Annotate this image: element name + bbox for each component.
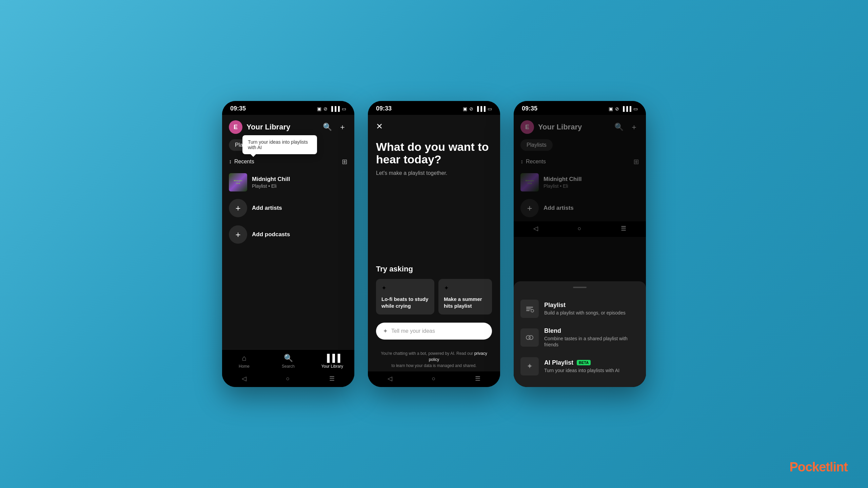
add-podcasts-label-1: Add podcasts [252, 231, 290, 238]
home-btn-2[interactable]: ○ [432, 375, 436, 382]
svg-rect-0 [526, 307, 533, 308]
recents-btn-2[interactable]: ☰ [475, 375, 480, 382]
signal-icon-3: ▐▐▐ [621, 106, 631, 111]
recents-text: Recents [234, 159, 254, 165]
sheet-handle [573, 287, 587, 288]
status-bar-1: 09:35 ▣ ⊘ ▐▐▐ ▭ [222, 101, 354, 115]
sim-icon-2: ▣ [463, 106, 467, 111]
add-artists-item-1[interactable]: + Add artists [222, 195, 354, 221]
ai-playlist-sheet-icon: ✦ [520, 357, 539, 375]
bottom-sheet: Playlist Build a playlist with songs, or… [514, 281, 646, 387]
ai-playlist-option-title: AI Playlist BETA [544, 359, 639, 366]
playlist-option-desc: Build a playlist with songs, or episodes [544, 310, 639, 316]
search-nav-icon-1: 🔍 [284, 354, 293, 363]
svg-point-6 [529, 336, 533, 340]
phone-2: 09:33 ▣ ⊘ ▐▐▐ ▭ ✕ What do you want to he… [368, 101, 500, 387]
android-nav-3: ◁ ○ ☰ [514, 221, 646, 237]
ai-content: What do you want to hear today? Let's ma… [368, 134, 500, 346]
android-nav-2: ◁ ○ ☰ [368, 371, 500, 387]
bottom-nav-1: ⌂ Home 🔍 Search ▐▐▐ Your Library [222, 349, 354, 371]
signal-icon: ▐▐▐ [330, 106, 340, 111]
svg-rect-1 [526, 308, 531, 309]
watermark-text: Pocket [789, 460, 830, 474]
blend-sheet-icon [520, 328, 539, 347]
library-icon-1: ▐▐▐ [324, 354, 340, 363]
suggestion-text-1: Lo-fi beats to study while crying [381, 296, 429, 309]
add-podcasts-icon-1: + [229, 225, 247, 244]
phone-3: 09:35 ▣ ⊘ ▐▐▐ ▭ E Your Library 🔍 ＋ Playl… [514, 101, 646, 387]
back-btn-2[interactable]: ◁ [388, 375, 392, 382]
sparkle-icon-2: ✦ [444, 284, 487, 292]
library-screen-1: E Your Library 🔍 ＋ Playlists Turn your i… [222, 115, 354, 387]
ai-playlist-option-desc: Turn your ideas into playlists with AI [544, 367, 639, 373]
nav-search-1[interactable]: 🔍 Search [266, 354, 310, 369]
home-icon-1: ⌂ [242, 354, 246, 363]
suggestion-cards: ✦ Lo-fi beats to study while crying ✦ Ma… [376, 279, 492, 314]
tooltip-text: Turn your ideas into playlists with AI [248, 139, 308, 150]
recents-row-1: ↕ Recents ⊞ [222, 155, 354, 170]
status-icons-2: ▣ ⊘ ▐▐▐ ▭ [463, 106, 492, 111]
library-title-1: Your Library [246, 123, 317, 131]
sheet-ai-playlist-option[interactable]: ✦ AI Playlist BETA Turn your ideas into … [514, 352, 646, 380]
back-btn-3[interactable]: ◁ [533, 225, 538, 232]
phone-1: 09:35 ▣ ⊘ ▐▐▐ ▭ E Your Library 🔍 ＋ Playl… [222, 101, 354, 387]
disclaimer-text-2: to learn how your data is managed and sh… [392, 363, 477, 368]
recents-btn-3[interactable]: ☰ [621, 225, 626, 232]
battery-icon-3: ▭ [633, 106, 638, 111]
suggestion-text-2: Make a summer hits playlist [444, 296, 487, 309]
tell-ideas-input[interactable]: ✦ Tell me your ideas [376, 323, 492, 340]
watermark: Pocketlint [789, 460, 848, 474]
ai-screen-2: ✕ What do you want to hear today? Let's … [368, 115, 500, 387]
avatar-1[interactable]: E [229, 120, 242, 134]
blend-option-title: Blend [544, 327, 639, 334]
sim-icon: ▣ [317, 106, 321, 111]
ai-subtitle: Let's make a playlist together. [376, 170, 492, 176]
nav-home-1[interactable]: ⌂ Home [222, 354, 266, 369]
search-icon-1[interactable]: 🔍 [321, 121, 333, 133]
add-icon-1[interactable]: ＋ [337, 121, 348, 134]
svg-rect-2 [526, 310, 530, 311]
sheet-blend-option[interactable]: Blend Combine tastes in a shared playlis… [514, 323, 646, 352]
time-3: 09:35 [522, 105, 537, 112]
add-podcasts-item-1[interactable]: + Add podcasts [222, 221, 354, 248]
input-placeholder-text: Tell me your ideas [391, 328, 435, 334]
add-artists-label-1: Add artists [252, 205, 282, 211]
close-button[interactable]: ✕ [368, 115, 500, 134]
input-sparkle-icon: ✦ [383, 327, 388, 335]
disclaimer: You're chatting with a bot, powered by A… [368, 346, 500, 371]
midnight-chill-item-1[interactable]: MidnightChill Midnight Chill Playlist • … [222, 170, 354, 195]
blend-option-desc: Combine tastes in a shared playlist with… [544, 336, 639, 348]
library-header-1: E Your Library 🔍 ＋ [222, 115, 354, 138]
recents-btn-1[interactable]: ☰ [329, 375, 335, 382]
library-screen-3: E Your Library 🔍 ＋ Playlists ↕ Recents ⊞… [514, 115, 646, 387]
library-label-1: Your Library [321, 364, 343, 369]
filter-row-1: Playlists Turn your ideas into playlists… [222, 138, 354, 155]
disclaimer-text: You're chatting with a bot, powered by A… [381, 351, 474, 356]
battery-icon-2: ▭ [488, 106, 492, 111]
ai-playlist-option-info: AI Playlist BETA Turn your ideas into pl… [544, 359, 639, 373]
time-1: 09:35 [230, 105, 246, 112]
svg-point-3 [531, 309, 534, 312]
signal-icon-2: ▐▐▐ [475, 106, 486, 111]
recents-icon: ↕ [229, 159, 232, 165]
suggestion-card-2[interactable]: ✦ Make a summer hits playlist [438, 279, 492, 314]
home-label-1: Home [239, 364, 250, 369]
home-btn-1[interactable]: ○ [286, 375, 290, 382]
wifi-icon-3: ⊘ [615, 106, 619, 111]
wifi-icon: ⊘ [323, 106, 328, 111]
sheet-playlist-option[interactable]: Playlist Build a playlist with songs, or… [514, 295, 646, 323]
suggestion-card-1[interactable]: ✦ Lo-fi beats to study while crying [376, 279, 434, 314]
add-artists-icon-1: + [229, 199, 247, 217]
try-asking-label: Try asking [376, 265, 492, 273]
search-label-1: Search [282, 364, 295, 369]
back-btn-1[interactable]: ◁ [242, 375, 246, 382]
nav-library-1[interactable]: ▐▐▐ Your Library [310, 354, 354, 369]
playlist-sheet-icon [520, 300, 539, 318]
ai-tooltip: Turn your ideas into playlists with AI [242, 135, 317, 154]
ai-main-title: What do you want to hear today? [376, 141, 492, 166]
sim-icon-3: ▣ [609, 106, 613, 111]
playlist-title-1: Midnight Chill [252, 176, 348, 183]
grid-icon-1[interactable]: ⊞ [342, 158, 348, 166]
android-nav-1: ◁ ○ ☰ [222, 371, 354, 387]
home-btn-3[interactable]: ○ [578, 225, 581, 232]
